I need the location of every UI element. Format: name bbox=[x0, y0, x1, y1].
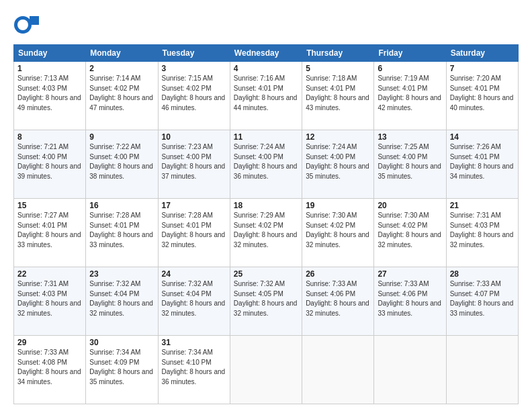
calendar-cell: 10Sunrise: 7:23 AMSunset: 4:00 PMDayligh… bbox=[158, 130, 230, 199]
calendar-cell: 29Sunrise: 7:33 AMSunset: 4:08 PMDayligh… bbox=[14, 336, 86, 404]
day-info: Sunrise: 7:31 AMSunset: 4:03 PMDaylight:… bbox=[450, 211, 515, 250]
day-info: Sunrise: 7:19 AMSunset: 4:01 PMDaylight:… bbox=[378, 74, 442, 113]
day-info: Sunrise: 7:14 AMSunset: 4:02 PMDaylight:… bbox=[89, 74, 154, 113]
day-info: Sunrise: 7:33 AMSunset: 4:07 PMDaylight:… bbox=[450, 279, 515, 318]
calendar-cell: 3Sunrise: 7:15 AMSunset: 4:02 PMDaylight… bbox=[158, 62, 230, 130]
day-number: 30 bbox=[89, 338, 154, 347]
day-info: Sunrise: 7:34 AMSunset: 4:09 PMDaylight:… bbox=[89, 348, 154, 387]
day-info: Sunrise: 7:28 AMSunset: 4:01 PMDaylight:… bbox=[89, 211, 154, 250]
logo bbox=[13, 12, 43, 38]
day-info: Sunrise: 7:33 AMSunset: 4:08 PMDaylight:… bbox=[17, 348, 82, 387]
calendar-cell: 23Sunrise: 7:32 AMSunset: 4:04 PMDayligh… bbox=[86, 267, 158, 336]
col-header-friday: Friday bbox=[374, 45, 446, 62]
day-number: 4 bbox=[234, 64, 298, 73]
day-number: 12 bbox=[306, 132, 370, 142]
col-header-wednesday: Wednesday bbox=[230, 45, 302, 62]
calendar-cell bbox=[302, 336, 374, 404]
day-number: 31 bbox=[162, 338, 226, 347]
calendar-table: SundayMondayTuesdayWednesdayThursdayFrid… bbox=[13, 44, 519, 404]
calendar-cell: 5Sunrise: 7:18 AMSunset: 4:01 PMDaylight… bbox=[302, 62, 374, 130]
day-info: Sunrise: 7:22 AMSunset: 4:00 PMDaylight:… bbox=[89, 142, 154, 181]
day-number: 2 bbox=[89, 64, 154, 73]
day-number: 17 bbox=[162, 201, 226, 210]
day-number: 19 bbox=[306, 201, 370, 210]
day-info: Sunrise: 7:31 AMSunset: 4:03 PMDaylight:… bbox=[17, 279, 82, 318]
page: SundayMondayTuesdayWednesdayThursdayFrid… bbox=[0, 0, 532, 411]
col-header-thursday: Thursday bbox=[302, 45, 374, 62]
day-number: 20 bbox=[378, 201, 442, 210]
calendar-cell: 6Sunrise: 7:19 AMSunset: 4:01 PMDaylight… bbox=[374, 62, 446, 130]
calendar-cell: 18Sunrise: 7:29 AMSunset: 4:02 PMDayligh… bbox=[230, 199, 302, 267]
day-number: 9 bbox=[89, 132, 154, 142]
logo-icon bbox=[13, 12, 39, 38]
day-number: 16 bbox=[89, 201, 154, 210]
day-info: Sunrise: 7:13 AMSunset: 4:03 PMDaylight:… bbox=[17, 74, 82, 113]
day-number: 15 bbox=[17, 201, 82, 210]
svg-marker-3 bbox=[32, 16, 39, 19]
calendar-cell: 12Sunrise: 7:24 AMSunset: 4:00 PMDayligh… bbox=[302, 130, 374, 199]
day-number: 7 bbox=[450, 64, 515, 73]
day-number: 24 bbox=[162, 269, 226, 279]
day-info: Sunrise: 7:20 AMSunset: 4:01 PMDaylight:… bbox=[450, 74, 515, 113]
calendar-cell: 8Sunrise: 7:21 AMSunset: 4:00 PMDaylight… bbox=[14, 130, 86, 199]
col-header-saturday: Saturday bbox=[446, 45, 518, 62]
calendar-cell: 19Sunrise: 7:30 AMSunset: 4:02 PMDayligh… bbox=[302, 199, 374, 267]
day-number: 5 bbox=[306, 64, 370, 73]
day-info: Sunrise: 7:16 AMSunset: 4:01 PMDaylight:… bbox=[234, 74, 298, 113]
day-number: 6 bbox=[378, 64, 442, 73]
calendar-cell: 20Sunrise: 7:30 AMSunset: 4:02 PMDayligh… bbox=[374, 199, 446, 267]
calendar-cell bbox=[446, 336, 518, 404]
day-info: Sunrise: 7:30 AMSunset: 4:02 PMDaylight:… bbox=[378, 211, 442, 250]
day-info: Sunrise: 7:32 AMSunset: 4:04 PMDaylight:… bbox=[162, 279, 226, 318]
calendar-cell: 7Sunrise: 7:20 AMSunset: 4:01 PMDaylight… bbox=[446, 62, 518, 130]
calendar-cell: 2Sunrise: 7:14 AMSunset: 4:02 PMDaylight… bbox=[86, 62, 158, 130]
calendar-cell: 16Sunrise: 7:28 AMSunset: 4:01 PMDayligh… bbox=[86, 199, 158, 267]
calendar-cell: 22Sunrise: 7:31 AMSunset: 4:03 PMDayligh… bbox=[14, 267, 86, 336]
calendar-cell: 24Sunrise: 7:32 AMSunset: 4:04 PMDayligh… bbox=[158, 267, 230, 336]
day-info: Sunrise: 7:27 AMSunset: 4:01 PMDaylight:… bbox=[17, 211, 82, 250]
calendar-cell: 31Sunrise: 7:34 AMSunset: 4:10 PMDayligh… bbox=[158, 336, 230, 404]
calendar-cell: 13Sunrise: 7:25 AMSunset: 4:00 PMDayligh… bbox=[374, 130, 446, 199]
day-number: 1 bbox=[17, 64, 82, 73]
day-number: 25 bbox=[234, 269, 298, 279]
calendar-cell: 25Sunrise: 7:32 AMSunset: 4:05 PMDayligh… bbox=[230, 267, 302, 336]
calendar-cell bbox=[230, 336, 302, 404]
calendar-cell: 11Sunrise: 7:24 AMSunset: 4:00 PMDayligh… bbox=[230, 130, 302, 199]
day-number: 3 bbox=[162, 64, 226, 73]
day-number: 11 bbox=[234, 132, 298, 142]
col-header-monday: Monday bbox=[86, 45, 158, 62]
day-number: 27 bbox=[378, 269, 442, 279]
day-info: Sunrise: 7:28 AMSunset: 4:01 PMDaylight:… bbox=[162, 211, 226, 250]
day-number: 23 bbox=[89, 269, 154, 279]
day-number: 13 bbox=[378, 132, 442, 142]
col-header-sunday: Sunday bbox=[14, 45, 86, 62]
day-number: 18 bbox=[234, 201, 298, 210]
day-number: 21 bbox=[450, 201, 515, 210]
header bbox=[13, 12, 519, 38]
svg-point-1 bbox=[17, 19, 28, 30]
day-number: 10 bbox=[162, 132, 226, 142]
calendar-cell: 1Sunrise: 7:13 AMSunset: 4:03 PMDaylight… bbox=[14, 62, 86, 130]
day-info: Sunrise: 7:24 AMSunset: 4:00 PMDaylight:… bbox=[306, 142, 370, 181]
calendar-cell: 30Sunrise: 7:34 AMSunset: 4:09 PMDayligh… bbox=[86, 336, 158, 404]
col-header-tuesday: Tuesday bbox=[158, 45, 230, 62]
calendar-cell: 26Sunrise: 7:33 AMSunset: 4:06 PMDayligh… bbox=[302, 267, 374, 336]
day-info: Sunrise: 7:25 AMSunset: 4:00 PMDaylight:… bbox=[378, 142, 442, 181]
day-number: 8 bbox=[17, 132, 82, 142]
calendar-cell: 9Sunrise: 7:22 AMSunset: 4:00 PMDaylight… bbox=[86, 130, 158, 199]
calendar-cell: 14Sunrise: 7:26 AMSunset: 4:01 PMDayligh… bbox=[446, 130, 518, 199]
day-number: 26 bbox=[306, 269, 370, 279]
day-info: Sunrise: 7:32 AMSunset: 4:05 PMDaylight:… bbox=[234, 279, 298, 318]
calendar-cell: 28Sunrise: 7:33 AMSunset: 4:07 PMDayligh… bbox=[446, 267, 518, 336]
day-number: 22 bbox=[17, 269, 82, 279]
day-info: Sunrise: 7:32 AMSunset: 4:04 PMDaylight:… bbox=[89, 279, 154, 318]
day-info: Sunrise: 7:34 AMSunset: 4:10 PMDaylight:… bbox=[162, 348, 226, 387]
day-info: Sunrise: 7:26 AMSunset: 4:01 PMDaylight:… bbox=[450, 142, 515, 181]
day-info: Sunrise: 7:21 AMSunset: 4:00 PMDaylight:… bbox=[17, 142, 82, 181]
calendar-cell: 15Sunrise: 7:27 AMSunset: 4:01 PMDayligh… bbox=[14, 199, 86, 267]
calendar-cell: 4Sunrise: 7:16 AMSunset: 4:01 PMDaylight… bbox=[230, 62, 302, 130]
calendar-cell: 17Sunrise: 7:28 AMSunset: 4:01 PMDayligh… bbox=[158, 199, 230, 267]
day-info: Sunrise: 7:24 AMSunset: 4:00 PMDaylight:… bbox=[234, 142, 298, 181]
day-number: 28 bbox=[450, 269, 515, 279]
day-number: 14 bbox=[450, 132, 515, 142]
